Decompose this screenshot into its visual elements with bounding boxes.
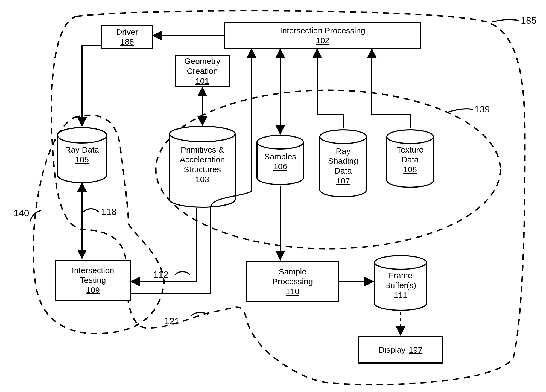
svg-point-1 xyxy=(57,128,107,143)
box-display: Display 197 xyxy=(358,336,443,364)
diagram-svg xyxy=(0,0,546,392)
boundary-185 xyxy=(51,11,525,385)
samples-ref: 106 xyxy=(273,162,287,171)
text-frame-buffer: Frame Buffer(s) 111 xyxy=(375,271,427,300)
text-ray-data: Ray Data 105 xyxy=(57,145,107,165)
svg-point-3 xyxy=(257,135,303,149)
svg-point-4 xyxy=(320,130,366,144)
ref-140: 140 xyxy=(14,208,29,218)
ref-118: 118 xyxy=(101,206,117,217)
intersection-processing-ref: 102 xyxy=(316,36,329,45)
geometry-creation-label: Geometry Creation xyxy=(184,56,220,76)
display-ref: 197 xyxy=(409,345,422,355)
prim-accel-label: Primitives & Acceleration Structures xyxy=(180,145,225,174)
ray-data-ref: 105 xyxy=(75,155,89,165)
box-geometry-creation: Geometry Creation 101 xyxy=(175,55,230,87)
texture-data-label: Texture Data xyxy=(397,145,424,165)
frame-buffer-label: Frame Buffer(s) xyxy=(385,271,416,290)
ref-121: 121 xyxy=(164,316,180,326)
ray-shading-label: Ray Shading Data xyxy=(328,146,358,176)
frame-buffer-ref: 111 xyxy=(394,290,407,300)
sample-processing-ref: 110 xyxy=(286,286,299,296)
driver-ref: 188 xyxy=(120,37,134,47)
samples-label: Samples xyxy=(264,152,296,162)
ref-185: 185 xyxy=(521,15,536,26)
text-prim-accel: Primitives & Acceleration Structures 103 xyxy=(170,145,235,184)
text-ray-shading: Ray Shading Data 107 xyxy=(320,146,366,186)
ref-112: 112 xyxy=(153,269,169,280)
box-intersection-testing: Intersection Testing 109 xyxy=(55,260,131,301)
texture-data-ref: 108 xyxy=(403,165,417,174)
display-label: Display xyxy=(379,345,405,355)
box-driver: Driver 188 xyxy=(101,25,153,49)
sample-processing-label: Sample Processing xyxy=(272,267,313,286)
geometry-creation-ref: 101 xyxy=(195,76,209,86)
text-texture-data: Texture Data 108 xyxy=(387,145,433,174)
intersection-processing-label: Intersection Processing xyxy=(280,26,365,36)
diagram-canvas: Driver 188 Intersection Processing 102 G… xyxy=(0,0,546,392)
ref-139: 139 xyxy=(474,104,490,115)
svg-point-6 xyxy=(375,256,427,269)
ray-data-label: Ray Data xyxy=(65,145,99,155)
text-samples: Samples 106 xyxy=(257,152,303,171)
box-intersection-processing: Intersection Processing 102 xyxy=(224,22,421,49)
intersection-testing-label: Intersection Testing xyxy=(72,265,114,285)
driver-label: Driver xyxy=(116,27,138,37)
svg-point-2 xyxy=(170,126,235,142)
prim-accel-ref: 103 xyxy=(195,174,209,184)
svg-point-5 xyxy=(387,130,433,144)
intersection-testing-ref: 109 xyxy=(86,285,100,295)
box-sample-processing: Sample Processing 110 xyxy=(246,261,339,302)
ray-shading-ref: 107 xyxy=(336,176,350,186)
